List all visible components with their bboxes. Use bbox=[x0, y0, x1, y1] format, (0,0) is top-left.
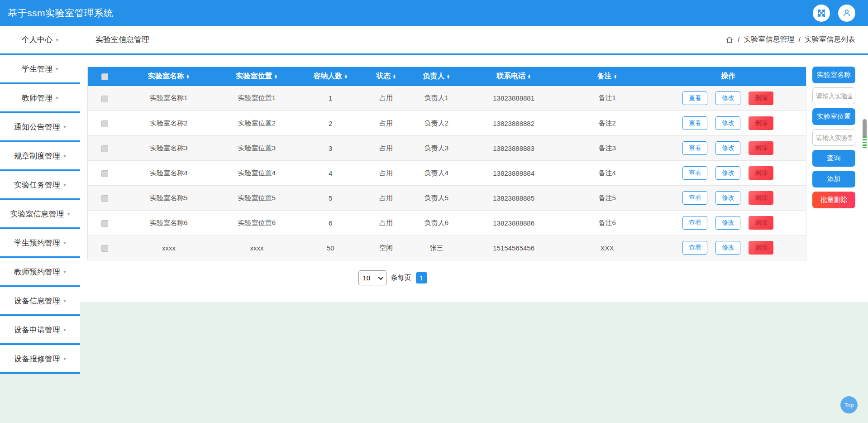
edit-button[interactable]: 修改 bbox=[715, 166, 740, 180]
chevron-down-icon: ▾ bbox=[63, 182, 66, 188]
fullscreen-button[interactable] bbox=[813, 5, 830, 22]
view-button[interactable]: 查看 bbox=[682, 141, 707, 155]
sidebar-item[interactable]: 学生预约管理 ▾ bbox=[0, 229, 80, 258]
table-column-header[interactable]: 状态 ▲▼ bbox=[363, 67, 410, 86]
cell-status: 占用 bbox=[363, 136, 410, 161]
lab-name-label-button[interactable]: 实验室名称 bbox=[812, 67, 855, 83]
cell-name: 实验室名称2 bbox=[122, 111, 215, 136]
cell-name: 实验室名称5 bbox=[122, 186, 215, 211]
cell-location: xxxx bbox=[215, 236, 298, 260]
row-checkbox[interactable] bbox=[101, 120, 108, 127]
sidebar-item[interactable]: 设备信息管理 ▾ bbox=[0, 287, 80, 316]
row-actions-cell: 查看 修改 删除 bbox=[650, 136, 806, 161]
sidebar-item[interactable]: 学生管理 ▾ bbox=[0, 55, 80, 84]
sort-icon[interactable]: ▲▼ bbox=[392, 74, 396, 79]
edit-button[interactable]: 修改 bbox=[715, 216, 740, 230]
cell-capacity: 2 bbox=[298, 111, 363, 136]
delete-button[interactable]: 删除 bbox=[749, 216, 773, 230]
sort-icon[interactable]: ▲▼ bbox=[527, 74, 531, 79]
cell-status: 占用 bbox=[363, 111, 410, 136]
sort-icon[interactable]: ▲▼ bbox=[344, 74, 348, 79]
delete-button[interactable]: 删除 bbox=[749, 166, 773, 180]
row-checkbox[interactable] bbox=[101, 170, 108, 177]
table-column-header[interactable]: 容纳人数 ▲▼ bbox=[298, 67, 363, 86]
delete-button[interactable]: 删除 bbox=[749, 141, 773, 155]
table-row: 实验室名称4 实验室位置4 4 占用 负责人4 13823888884 备注4 … bbox=[88, 161, 806, 186]
table-zone: 实验室名称 ▲▼ 实验室位置 ▲▼ 容纳人数 ▲▼ 状态 ▲▼ 负责人 ▲▼ 联… bbox=[87, 67, 806, 285]
add-button[interactable]: 添加 bbox=[812, 171, 855, 187]
cell-status: 占用 bbox=[363, 86, 410, 111]
page-size-select[interactable]: 10 bbox=[358, 270, 386, 285]
sidebar-item[interactable]: 实验室信息管理 ▾ bbox=[0, 200, 80, 229]
table-column-header[interactable]: 实验室名称 ▲▼ bbox=[122, 67, 215, 86]
table-column-header[interactable]: 备注 ▲▼ bbox=[564, 67, 650, 86]
page-number-button[interactable]: 1 bbox=[416, 272, 427, 284]
row-actions-cell: 查看 修改 删除 bbox=[650, 236, 806, 260]
lab-location-label-button[interactable]: 实验室位置 bbox=[812, 108, 855, 125]
sort-icon[interactable]: ▲▼ bbox=[274, 74, 278, 79]
cell-phone: 13823888884 bbox=[463, 161, 564, 186]
row-select-cell bbox=[88, 86, 122, 111]
top-navbar: 基于ssm实验室管理系统 bbox=[0, 0, 868, 26]
cell-manager: 负责人4 bbox=[410, 161, 463, 186]
breadcrumb-page[interactable]: 实验室信息列表 bbox=[805, 35, 855, 44]
row-checkbox[interactable] bbox=[101, 245, 108, 252]
delete-button[interactable]: 删除 bbox=[749, 116, 773, 130]
view-button[interactable]: 查看 bbox=[682, 91, 707, 105]
view-button[interactable]: 查看 bbox=[682, 191, 707, 205]
edit-button[interactable]: 修改 bbox=[715, 91, 740, 105]
cell-status: 占用 bbox=[363, 211, 410, 236]
row-checkbox[interactable] bbox=[101, 96, 108, 102]
chevron-down-icon: ▾ bbox=[56, 37, 58, 43]
cell-location: 实验室位置6 bbox=[215, 211, 298, 236]
delete-button[interactable]: 删除 bbox=[749, 191, 773, 205]
table-column-header[interactable]: 负责人 ▲▼ bbox=[410, 67, 463, 86]
lab-name-input[interactable] bbox=[812, 87, 855, 104]
chevron-down-icon: ▾ bbox=[63, 356, 66, 362]
sidebar-item[interactable]: 教师管理 ▾ bbox=[0, 84, 80, 113]
sort-icon[interactable]: ▲▼ bbox=[614, 74, 617, 79]
view-button[interactable]: 查看 bbox=[682, 166, 707, 180]
sort-icon[interactable]: ▲▼ bbox=[186, 74, 190, 79]
view-button[interactable]: 查看 bbox=[682, 216, 707, 230]
table-column-header[interactable]: 联系电话 ▲▼ bbox=[463, 67, 564, 86]
edit-button[interactable]: 修改 bbox=[715, 191, 740, 205]
sidebar-item[interactable]: 通知公告管理 ▾ bbox=[0, 113, 80, 142]
edit-button[interactable]: 修改 bbox=[715, 241, 740, 255]
user-profile-button[interactable] bbox=[838, 5, 855, 22]
pagination: 10 条每页 1 bbox=[33, 270, 752, 285]
sidebar-item-personal-center[interactable]: 个人中心 ▾ bbox=[0, 34, 80, 45]
table-column-header[interactable]: 操作 bbox=[650, 67, 806, 86]
row-checkbox[interactable] bbox=[101, 195, 108, 202]
delete-button[interactable]: 删除 bbox=[749, 241, 773, 255]
sub-header: 个人中心 ▾ 实验室信息管理 / 实验室信息管理 / 实验室信息列表 bbox=[0, 26, 868, 55]
table-column-header[interactable]: 实验室位置 ▲▼ bbox=[215, 67, 298, 86]
back-to-top-button[interactable]: Top bbox=[840, 396, 858, 413]
row-select-cell bbox=[88, 211, 122, 236]
page-size-value: 10 bbox=[363, 274, 371, 282]
view-button[interactable]: 查看 bbox=[682, 241, 707, 255]
sidebar-item[interactable]: 实验任务管理 ▾ bbox=[0, 171, 80, 200]
sidebar-item[interactable]: 设备申请管理 ▾ bbox=[0, 316, 80, 345]
row-checkbox[interactable] bbox=[101, 220, 108, 227]
chevron-down-icon: ▾ bbox=[56, 95, 58, 101]
view-button[interactable]: 查看 bbox=[682, 116, 707, 130]
cell-capacity: 6 bbox=[298, 211, 363, 236]
select-all-checkbox[interactable] bbox=[101, 73, 108, 80]
sort-icon[interactable]: ▲▼ bbox=[446, 74, 450, 79]
cell-phone: 13823888885 bbox=[463, 186, 564, 211]
row-select-cell bbox=[88, 236, 122, 260]
edit-button[interactable]: 修改 bbox=[715, 141, 740, 155]
personal-center-label: 个人中心 bbox=[22, 34, 52, 45]
breadcrumb-module[interactable]: 实验室信息管理 bbox=[744, 35, 795, 44]
sidebar-item[interactable]: 规章制度管理 ▾ bbox=[0, 142, 80, 171]
sidebar-item[interactable]: 设备报修管理 ▾ bbox=[0, 345, 80, 374]
cell-remark: 备注3 bbox=[564, 136, 650, 161]
lab-location-input[interactable] bbox=[812, 129, 855, 146]
edit-button[interactable]: 修改 bbox=[715, 116, 740, 130]
batch-delete-button[interactable]: 批量删除 bbox=[812, 192, 855, 208]
row-checkbox[interactable] bbox=[101, 145, 108, 152]
search-button[interactable]: 查询 bbox=[812, 150, 855, 167]
delete-button[interactable]: 删除 bbox=[749, 91, 773, 105]
home-icon[interactable] bbox=[725, 36, 734, 44]
